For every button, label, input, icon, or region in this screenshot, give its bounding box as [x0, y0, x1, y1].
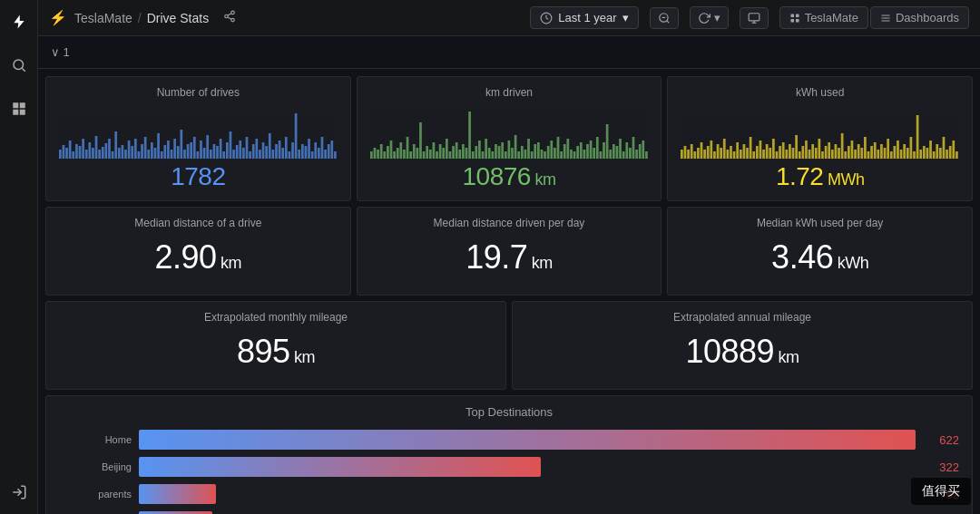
card-km-driven: km driven	[357, 76, 662, 201]
svg-rect-109	[330, 141, 333, 159]
svg-rect-83	[246, 137, 249, 159]
svg-rect-253	[867, 151, 870, 159]
stats-mid-row: Median distance of a drive 2.90 km Media…	[45, 207, 973, 296]
svg-rect-102	[308, 139, 310, 159]
sidebar-item-grid[interactable]	[5, 94, 34, 123]
dashboard: Number of drives	[38, 69, 980, 514]
svg-rect-149	[495, 144, 497, 159]
svg-rect-223	[769, 148, 772, 159]
nav-links: TeslaMate Dashboards	[779, 6, 969, 29]
zoom-out-button[interactable]	[650, 7, 679, 29]
card-kwh-used: kWh used	[667, 76, 973, 201]
svg-rect-254	[871, 146, 874, 159]
share-icon[interactable]	[223, 10, 236, 25]
tv-mode-button[interactable]	[740, 7, 769, 29]
card-annual-mileage: Extrapolated annual mileage 10889 km	[512, 301, 973, 390]
svg-rect-172	[570, 150, 573, 159]
svg-rect-192	[635, 150, 638, 159]
svg-rect-94	[281, 148, 284, 159]
svg-rect-189	[625, 142, 628, 159]
svg-point-9	[231, 18, 235, 22]
svg-rect-111	[370, 151, 373, 159]
card-kwh-used-value: 1.72 MWh	[681, 162, 959, 191]
svg-rect-90	[269, 133, 271, 159]
time-range-picker[interactable]: Last 1 year ▾	[530, 6, 638, 29]
svg-rect-163	[540, 150, 543, 159]
svg-rect-38	[98, 150, 101, 159]
svg-rect-49	[134, 139, 137, 159]
svg-rect-275	[939, 148, 942, 159]
card-median-distance: Median distance of a drive 2.90 km	[45, 207, 351, 296]
svg-rect-201	[697, 148, 700, 159]
svg-rect-89	[265, 146, 268, 159]
card-median-kwh-per-day-label: Median kWh used per day	[681, 217, 959, 229]
svg-rect-121	[403, 150, 406, 159]
sidebar-item-lightning[interactable]	[5, 7, 34, 36]
topbar-right: Last 1 year ▾ ▾ TeslaMate Dashbo	[530, 6, 969, 29]
svg-rect-39	[102, 147, 104, 159]
svg-rect-276	[943, 137, 946, 159]
svg-rect-31	[75, 144, 78, 159]
svg-rect-257	[880, 144, 883, 159]
svg-rect-152	[505, 151, 507, 159]
svg-rect-63	[180, 130, 182, 159]
svg-rect-151	[501, 142, 504, 159]
svg-rect-91	[272, 150, 275, 159]
nav-dashboards[interactable]: Dashboards	[870, 6, 969, 29]
destination-bar-track	[139, 457, 916, 477]
svg-line-10	[228, 17, 231, 19]
svg-rect-157	[521, 146, 524, 159]
svg-rect-233	[802, 146, 805, 159]
svg-rect-34	[85, 150, 88, 159]
nav-teslamate[interactable]: TeslaMate	[779, 6, 868, 29]
svg-rect-46	[124, 150, 127, 159]
svg-rect-81	[239, 141, 241, 159]
svg-rect-250	[858, 144, 860, 159]
svg-rect-127	[422, 151, 425, 159]
card-monthly-mileage-value: 895 km	[59, 333, 493, 371]
svg-rect-118	[393, 151, 396, 159]
svg-rect-20	[796, 14, 799, 17]
svg-rect-226	[779, 146, 782, 159]
destination-value: 322	[923, 461, 959, 474]
card-km-driven-label: km driven	[370, 86, 649, 99]
svg-rect-193	[639, 144, 642, 159]
svg-rect-73	[213, 144, 216, 159]
svg-rect-175	[580, 142, 583, 159]
destinations-title: Top Destinations	[59, 405, 959, 419]
svg-rect-98	[295, 113, 298, 159]
svg-rect-148	[491, 151, 494, 159]
svg-rect-51	[141, 144, 143, 159]
svg-rect-58	[163, 145, 166, 159]
sidebar-item-search[interactable]	[5, 51, 34, 80]
card-median-kwh-per-day-value: 3.46 kWh	[681, 238, 959, 276]
svg-rect-182	[603, 142, 605, 159]
svg-rect-128	[426, 146, 428, 159]
svg-rect-68	[197, 151, 200, 159]
svg-rect-271	[926, 148, 929, 159]
svg-rect-167	[554, 148, 556, 159]
svg-rect-255	[874, 142, 877, 159]
svg-rect-263	[900, 150, 903, 159]
card-number-of-drives-value: 1782	[59, 162, 338, 191]
refresh-button[interactable]: ▾	[690, 6, 729, 29]
svg-rect-211	[730, 146, 732, 159]
svg-rect-245	[841, 133, 844, 159]
svg-rect-232	[799, 151, 801, 159]
sidebar-item-login[interactable]	[5, 478, 34, 507]
svg-rect-133	[442, 148, 445, 159]
svg-rect-95	[285, 137, 288, 159]
svg-rect-22	[796, 19, 799, 23]
svg-rect-234	[805, 141, 808, 159]
svg-rect-62	[177, 146, 180, 159]
svg-rect-266	[910, 137, 913, 159]
svg-rect-270	[923, 146, 926, 159]
svg-rect-64	[183, 150, 186, 159]
svg-rect-53	[147, 150, 150, 159]
svg-rect-258	[884, 148, 887, 159]
destinations-card: Top Destinations Home622Beijing322parent…	[45, 395, 973, 514]
destination-bar-track	[139, 484, 916, 504]
svg-rect-30	[72, 151, 74, 159]
svg-rect-251	[861, 148, 864, 159]
breadcrumb-parent[interactable]: TeslaMate	[74, 11, 132, 25]
